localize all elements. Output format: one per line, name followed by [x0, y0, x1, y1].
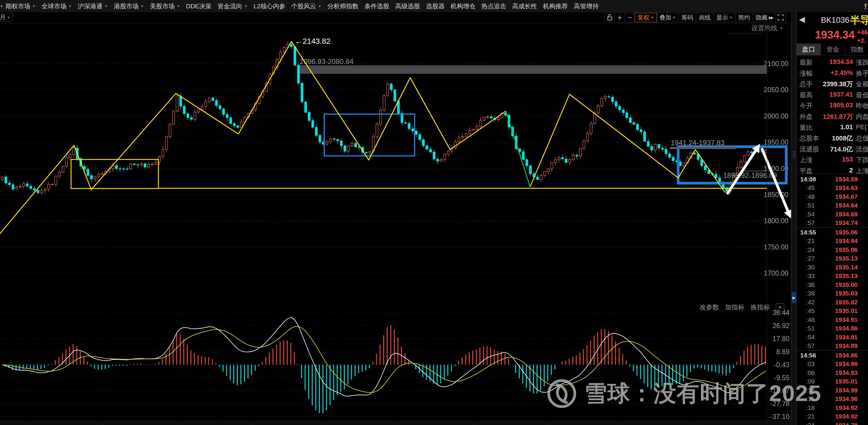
menu-item-5[interactable]: DDE决策 — [183, 2, 214, 10]
trading-app-window: 2100.002050.002000.001950.001900.001850.… — [0, 0, 868, 425]
menu-item-11[interactable]: 高级选股 — [392, 2, 423, 10]
macd-axis-label: -37.10 — [770, 413, 789, 421]
menu-item-4[interactable]: 美股市场▼ — [147, 2, 183, 10]
tape-price: 1935.13 — [814, 272, 858, 280]
toolbar-button-画线[interactable]: 画线 — [696, 13, 714, 22]
toolbar-button-label: 画线 — [699, 13, 711, 22]
tape-time: :54 — [800, 334, 815, 341]
switch-indicator-link[interactable]: 换指标 — [750, 303, 770, 312]
menu-overflow-item[interactable]: 打 — [864, 2, 868, 10]
tape-price: 1935.01 — [814, 378, 858, 385]
tape-price: 1934.67 — [814, 193, 858, 200]
toolbar-button-隐藏[interactable]: 隐藏▶▶ — [753, 13, 776, 22]
menu-item-1[interactable]: 全球市场▼ — [38, 2, 74, 10]
chevron-down-icon: ▼ — [780, 26, 783, 30]
time-and-sales-list[interactable]: 14:081934.59:451934.63:481934.67:511934.… — [797, 175, 868, 425]
stat-value: +2.45% — [797, 69, 853, 77]
tape-price: 1934.92 — [814, 404, 858, 412]
menu-item-14[interactable]: 热点追击 — [478, 2, 509, 10]
period-select-button[interactable]: 月 ▼ — [0, 13, 12, 22]
stat-label-col2: 内盘 — [856, 112, 868, 121]
toolbar-button-筹码[interactable]: 筹码 — [679, 13, 696, 22]
stat-label-col2: 换手 — [856, 69, 868, 78]
tape-time: :27 — [800, 255, 815, 262]
menu-item-10[interactable]: 条件选股 — [361, 2, 392, 10]
menu-item-6[interactable]: 资金流向▼ — [214, 2, 251, 10]
tab-指数[interactable]: 指数 — [845, 44, 868, 55]
back-arrow-icon[interactable]: ◀ — [799, 15, 805, 24]
menu-item-15[interactable]: 高成长性 — [509, 2, 540, 10]
tape-time: :48 — [800, 193, 815, 200]
tape-row: 14:081934.59 — [797, 175, 868, 184]
tape-price: 1935.14 — [814, 264, 858, 271]
tape-time: :24 — [800, 422, 815, 425]
tape-row: :211934.94 — [797, 237, 868, 246]
price-axis-label: 1950.00 — [764, 138, 788, 146]
tape-time: :48 — [800, 316, 815, 323]
chevron-down-icon: ▼ — [32, 4, 36, 8]
macd-axis-label: -18.67 — [770, 387, 789, 394]
menu-item-16[interactable]: 机构推荐 — [540, 2, 571, 10]
toolbar-button-复权[interactable]: 复权▼ — [634, 13, 657, 22]
tape-row: 14:551935.06 — [797, 228, 868, 237]
tape-time: :36 — [800, 281, 815, 288]
resistance-zone-label: 2096.93-2080.84 — [300, 57, 353, 65]
menu-item-2[interactable]: 沪深港通▼ — [74, 2, 111, 10]
tape-price: 1935.01 — [814, 307, 858, 314]
panel-scroll-handle[interactable]: ▶ — [792, 292, 796, 303]
tab-盘口[interactable]: 盘口 — [797, 44, 821, 55]
symbol-code: BK1036 — [821, 16, 849, 25]
panel-splitter[interactable]: ▶ — [791, 12, 796, 425]
tape-time: :06 — [800, 369, 815, 376]
price-axis-label: 2100.00 — [764, 60, 788, 67]
tape-row: :511934.86 — [797, 324, 868, 333]
price-axis-label: 1750.00 — [764, 243, 788, 251]
drag-grip-icon[interactable] — [793, 150, 796, 158]
ma-settings-dropdown[interactable]: 设置均线 ▼ — [751, 24, 783, 33]
menu-item-7[interactable]: L2核心内参 — [251, 2, 288, 10]
zoom-in-button[interactable]: + — [615, 13, 625, 22]
menu-item-label: 美股市场 — [150, 2, 175, 10]
menu-item-9[interactable]: 分析师指数 — [324, 2, 361, 10]
unlock-icon[interactable] — [604, 13, 615, 22]
tape-price: 1934.78 — [814, 422, 858, 425]
menu-item-17[interactable]: 高管增持 — [571, 2, 601, 10]
menu-item-label: 港股市场 — [114, 2, 138, 10]
toolbar-button-叠加[interactable]: 叠加▼ — [656, 13, 679, 22]
add-indicator-link[interactable]: 加指标 — [725, 303, 745, 312]
zone-label-2: 1895.92-1896.69 — [723, 171, 777, 179]
menu-item-3[interactable]: 港股市场▼ — [111, 2, 147, 10]
menu-item-8[interactable]: 个股风云▼ — [288, 2, 324, 10]
tab-资金[interactable]: 资金 — [821, 44, 845, 55]
tape-price: 1935.02 — [814, 299, 858, 306]
stat-value: 1937.41 — [797, 91, 853, 98]
toolbar-button-简约[interactable]: 简约 — [735, 13, 753, 22]
indicator-toolbar: 改参数 加指标 换指标 ✕ — [700, 303, 784, 312]
period-label: 月 — [0, 13, 6, 21]
tape-row: :571934.89 — [797, 342, 868, 350]
close-icon[interactable]: ✕ — [776, 303, 784, 311]
kline-chart[interactable]: 2100.002050.002000.001950.001900.001850.… — [0, 0, 791, 425]
tape-row: :331935.13 — [797, 272, 868, 281]
tape-price: 1934.91 — [814, 334, 858, 341]
tape-time: :15 — [800, 395, 815, 402]
tape-price: 1934.59 — [814, 176, 858, 183]
stat-row-外盘: 外盘1261.87万内盘 — [797, 111, 868, 121]
tape-row: :421935.02 — [797, 298, 868, 307]
toolbar: 月 ▼ +−复权▼叠加▼筹码画线显示▼简约隐藏▶▶ 设置均线 ▼ — [0, 12, 868, 23]
tape-price: 1934.96 — [814, 395, 858, 402]
tape-price: 1934.63 — [814, 185, 858, 192]
tape-time: :51 — [800, 325, 815, 332]
zone-label-1: 1941.24-1937.83 — [671, 139, 725, 147]
tape-price: 1934.89 — [814, 342, 858, 349]
menu-item-12[interactable]: 选股器 — [423, 2, 447, 10]
menu-item-0[interactable]: 期权市场▼ — [3, 2, 39, 10]
fullscreen-icon[interactable] — [776, 13, 786, 22]
zoom-out-button[interactable]: − — [625, 13, 635, 22]
menu-item-13[interactable]: 机构增仓 — [447, 2, 478, 10]
change-params-link[interactable]: 改参数 — [700, 303, 719, 312]
price-axis-label: 1800.00 — [764, 217, 788, 225]
tape-row: :031934.98 — [797, 360, 868, 369]
chevron-down-icon: ▼ — [177, 4, 180, 8]
toolbar-button-显示[interactable]: 显示▼ — [713, 13, 736, 22]
